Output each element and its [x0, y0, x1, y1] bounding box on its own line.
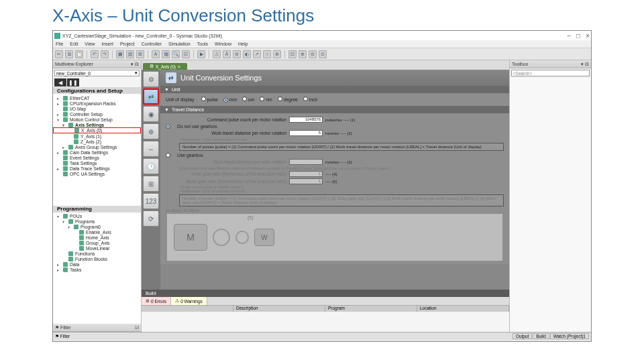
- tool-icon[interactable]: Ä: [223, 50, 231, 58]
- nav-unit-conversion-icon[interactable]: ⇄: [143, 88, 159, 105]
- menu-insert[interactable]: Insert: [101, 42, 113, 46]
- tree-item[interactable]: ▸Cam Data Settings: [53, 149, 141, 155]
- menubar[interactable]: FileEditViewInsertProjectControllerSimul…: [53, 40, 591, 48]
- unit-option-mm[interactable]: mm: [223, 97, 237, 102]
- panel-pin-icon[interactable]: ▾ ⊟: [131, 62, 139, 67]
- tree-item[interactable]: Z_Axis (2): [53, 139, 141, 144]
- tree-item[interactable]: ▸Data Trace Settings: [53, 166, 141, 171]
- travel-section-bar[interactable]: ▼ Travel Distance: [160, 106, 509, 113]
- nav-clock-icon[interactable]: 🕒: [143, 158, 159, 174]
- nav-other-icon[interactable]: ⊕: [143, 123, 159, 139]
- menu-help[interactable]: Help: [238, 42, 248, 46]
- unit-option-inch[interactable]: inch: [303, 97, 317, 102]
- tool-undo-icon[interactable]: ↶: [91, 50, 99, 58]
- menu-file[interactable]: File: [56, 42, 63, 46]
- work-travel-input[interactable]: 5: [289, 130, 323, 136]
- tool-zoom-fit-icon[interactable]: ⊡: [288, 50, 297, 58]
- controller-select[interactable]: new_Controller_0▾: [54, 70, 140, 76]
- menu-view[interactable]: View: [85, 42, 95, 46]
- errors-tab[interactable]: ⊘ 0 Errors: [142, 297, 171, 305]
- unit-section-bar[interactable]: ▼ Unit: [160, 86, 509, 93]
- menu-tools[interactable]: Tools: [197, 42, 208, 46]
- tree-item[interactable]: Y_Axis (1): [53, 133, 141, 139]
- tool-zoom-in-icon[interactable]: ⊕: [299, 50, 307, 58]
- tool-icon[interactable]: ▥: [126, 50, 134, 58]
- tree-item[interactable]: X_Axis (0): [53, 127, 141, 133]
- unit-option-nm[interactable]: nm: [260, 97, 272, 102]
- tool-warn-icon[interactable]: ⚠: [213, 50, 221, 58]
- nav-position-icon[interactable]: 123: [143, 193, 159, 209]
- tool-paste-icon[interactable]: 📋: [75, 50, 83, 58]
- maximize-button[interactable]: □: [576, 32, 580, 40]
- nav-operation-icon[interactable]: ◉: [143, 106, 159, 122]
- radio-use-gearbox[interactable]: [166, 153, 170, 158]
- tree-item[interactable]: ▾Motion Control Setup: [53, 117, 141, 122]
- tree-item[interactable]: ▸Tasks: [53, 267, 141, 273]
- tool-zoom-out-icon[interactable]: ⊖: [309, 50, 317, 58]
- menu-controller[interactable]: Controller: [142, 42, 162, 46]
- tree-item[interactable]: Functions: [53, 251, 141, 257]
- tool-search-icon[interactable]: 🔍: [172, 50, 180, 58]
- tab-close-icon[interactable]: ×: [178, 64, 180, 69]
- tree-item[interactable]: ▸Controller Setup: [53, 111, 141, 117]
- tool-icon[interactable]: ↗: [253, 50, 261, 58]
- unit-option-um[interactable]: um: [242, 97, 254, 102]
- nav-homing-icon[interactable]: ⊞: [143, 176, 159, 192]
- tree-item[interactable]: Enable_Axis: [53, 230, 141, 235]
- tree-section-programming[interactable]: Programming: [53, 206, 141, 213]
- tree-item[interactable]: ▾Axis Settings: [53, 122, 141, 127]
- build-header[interactable]: Build: [142, 290, 509, 297]
- tree-item[interactable]: Group_Axis: [53, 241, 141, 246]
- filter-bar[interactable]: ⚑ Filter☑: [53, 324, 141, 332]
- radio-no-gearbox[interactable]: [166, 124, 170, 129]
- nav-pause-button[interactable]: ❚❚: [67, 78, 79, 86]
- minimize-button[interactable]: −: [567, 32, 571, 40]
- unit-option-degree[interactable]: degree: [278, 97, 298, 102]
- toolbox-search[interactable]: <Search>: [511, 70, 590, 76]
- tool-icon[interactable]: ⊙: [319, 50, 327, 58]
- tab-x-axis[interactable]: ⚙ X_Axis (0) ×: [143, 63, 187, 70]
- nav-servo-icon[interactable]: ⟳: [143, 210, 159, 227]
- warnings-tab[interactable]: ⚠ 0 Warnings: [171, 297, 207, 305]
- tree-item[interactable]: ▾Program0: [53, 225, 141, 230]
- status-tab[interactable]: Build: [533, 333, 549, 339]
- tree-item[interactable]: Event Settings: [53, 155, 141, 160]
- tool-icon[interactable]: 偏: [162, 50, 170, 58]
- tool-redo-icon[interactable]: ↷: [101, 50, 109, 58]
- tree-item[interactable]: Home_Axis: [53, 235, 141, 241]
- tool-icon[interactable]: ○: [263, 50, 271, 58]
- tree-item[interactable]: ▾POUs: [53, 214, 141, 219]
- tree-item[interactable]: ▸EtherCAT: [53, 95, 141, 101]
- menu-simulation[interactable]: Simulation: [168, 42, 191, 46]
- tool-run-icon[interactable]: A: [152, 50, 160, 58]
- tree-item[interactable]: MoveLinear: [53, 246, 141, 251]
- tree-item[interactable]: Task Settings: [53, 160, 141, 166]
- tool-icon[interactable]: ⊘: [233, 50, 241, 58]
- close-button[interactable]: ×: [586, 32, 590, 40]
- tool-icon[interactable]: ⊞: [136, 50, 144, 58]
- menu-edit[interactable]: Edit: [70, 42, 78, 46]
- tool-icon[interactable]: ▦: [116, 50, 124, 58]
- unit-option-pulse[interactable]: pulse: [201, 97, 218, 102]
- nav-axis-basic-icon[interactable]: ⚙: [143, 71, 159, 87]
- nav-back-button[interactable]: ◀: [54, 78, 66, 86]
- tree-item[interactable]: ▸Axes Group Settings: [53, 144, 141, 149]
- tree-item[interactable]: OPC UA Settings: [53, 171, 141, 176]
- tool-copy-icon[interactable]: ⧉: [65, 50, 73, 58]
- tree-item[interactable]: ▾Programs: [53, 219, 141, 225]
- tree-item[interactable]: I/O Map: [53, 106, 141, 111]
- tool-icon[interactable]: ⊕: [273, 50, 281, 58]
- tree-item[interactable]: ▸Data: [53, 262, 141, 267]
- tree-section-config[interactable]: Configurations and Setup: [53, 87, 141, 94]
- tool-icon[interactable]: ▶: [197, 50, 205, 58]
- tool-icon[interactable]: ◐: [243, 50, 251, 58]
- tree-item[interactable]: Function Blocks: [53, 257, 141, 262]
- tool-icon[interactable]: ⊡: [182, 50, 190, 58]
- status-tab[interactable]: Output: [513, 333, 533, 339]
- cmd-pulse-input[interactable]: 1048576: [289, 117, 323, 123]
- tree-item[interactable]: ▸CPU/Expansion Racks: [53, 101, 141, 106]
- tool-cut-icon[interactable]: ✂: [55, 50, 63, 58]
- status-tab[interactable]: Watch (Project)1: [550, 333, 589, 339]
- menu-window[interactable]: Window: [215, 42, 231, 46]
- nav-limit-icon[interactable]: ↔: [143, 141, 159, 157]
